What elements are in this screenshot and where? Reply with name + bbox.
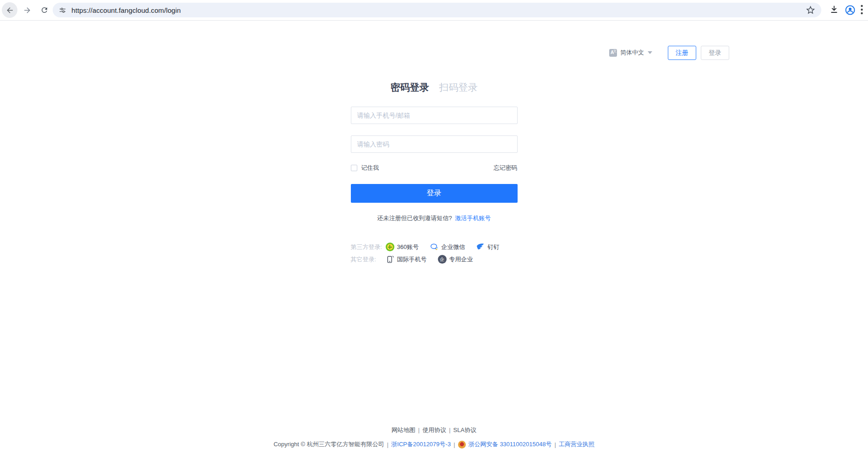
sitemap-link[interactable]: 网站地图 — [392, 427, 415, 433]
login-form: 密码登录 扫码登录 记住我 忘记密码 登录 还未注册但已收到邀请短信?激活手机账… — [351, 21, 518, 264]
reload-icon — [40, 6, 49, 14]
url-text: https://account.fangcloud.com/login — [71, 6, 181, 14]
login-page: A 文 简体中文 注册 登录 密码登录 扫码登录 记住我 忘记密码 登录 还未注… — [0, 21, 868, 454]
forgot-password-link[interactable]: 忘记密码 — [494, 164, 518, 172]
police-badge-icon — [458, 441, 466, 449]
login-tabs: 密码登录 扫码登录 — [351, 81, 518, 94]
remember-checkbox[interactable] — [351, 165, 357, 171]
forward-button[interactable] — [19, 2, 35, 18]
register-button[interactable]: 注册 — [668, 46, 696, 60]
enterprise-badge-icon: 企 — [438, 255, 447, 264]
invite-line: 还未注册但已收到邀请短信?激活手机账号 — [351, 214, 518, 222]
alt-login-block: 第三方登录: 360账号 企业微信 — [351, 243, 518, 264]
remember-row: 记住我 忘记密码 — [351, 164, 518, 172]
360-icon — [386, 243, 394, 251]
login-dedicated-enterprise[interactable]: 企 专用企业 — [438, 255, 473, 264]
address-bar[interactable]: https://account.fangcloud.com/login — [53, 3, 821, 17]
profile-avatar-icon[interactable] — [845, 5, 856, 16]
login-international-phone[interactable]: 国际手机号 — [386, 255, 427, 264]
browser-menu-icon[interactable] — [861, 4, 863, 16]
copyright-line: Copyright © 杭州三六零亿方智能有限公司 | 浙ICP备2001207… — [0, 440, 868, 449]
footer-links: 网站地图|使用协议|SLA协议 — [0, 426, 868, 434]
footer: 网站地图|使用协议|SLA协议 Copyright © 杭州三六零亿方智能有限公… — [0, 426, 868, 449]
business-license-link[interactable]: 工商营业执照 — [559, 440, 595, 449]
dingtalk-icon — [476, 243, 485, 251]
back-arrow-icon — [5, 6, 14, 15]
tab-password-login[interactable]: 密码登录 — [391, 81, 429, 94]
terms-link[interactable]: 使用协议 — [422, 427, 446, 433]
language-selector[interactable]: A 文 简体中文 — [609, 49, 652, 57]
international-phone-icon — [386, 255, 394, 264]
bookmark-star-icon[interactable] — [806, 5, 815, 15]
reload-button[interactable] — [37, 2, 52, 18]
translate-icon: A 文 — [609, 49, 617, 57]
icp-link[interactable]: 浙ICP备20012079号-3 — [391, 440, 451, 449]
invite-text: 还未注册但已收到邀请短信? — [377, 215, 452, 222]
remember-me[interactable]: 记住我 — [351, 164, 379, 172]
browser-toolbar: https://account.fangcloud.com/login — [0, 0, 868, 21]
site-settings-icon[interactable] — [59, 6, 66, 14]
remember-label: 记住我 — [361, 164, 379, 172]
sla-link[interactable]: SLA协议 — [453, 427, 477, 433]
downloads-icon[interactable] — [829, 5, 839, 15]
forward-arrow-icon — [23, 6, 32, 15]
police-record-link[interactable]: 浙公网安备 33011002015048号 — [469, 440, 552, 449]
activate-phone-link[interactable]: 激活手机账号 — [455, 215, 491, 222]
login-360[interactable]: 360账号 — [386, 243, 419, 251]
copyright-text: Copyright © 杭州三六零亿方智能有限公司 — [273, 440, 384, 449]
account-input[interactable] — [351, 107, 518, 124]
header-login-button[interactable]: 登录 — [701, 46, 729, 60]
wecom-icon — [430, 243, 438, 251]
back-button[interactable] — [2, 2, 17, 18]
third-party-label: 第三方登录: — [351, 243, 386, 251]
tab-qrcode-login[interactable]: 扫码登录 — [439, 81, 478, 94]
password-input[interactable] — [351, 135, 518, 153]
chevron-down-icon — [648, 51, 652, 54]
other-login-row: 其它登录: 国际手机号 企 专用企业 — [351, 255, 518, 264]
login-wecom[interactable]: 企业微信 — [430, 243, 465, 251]
third-party-row: 第三方登录: 360账号 企业微信 — [351, 243, 518, 251]
language-label: 简体中文 — [620, 49, 644, 57]
other-login-label: 其它登录: — [351, 255, 386, 264]
login-dingtalk[interactable]: 钉钉 — [476, 243, 499, 251]
login-submit-button[interactable]: 登录 — [351, 184, 518, 203]
